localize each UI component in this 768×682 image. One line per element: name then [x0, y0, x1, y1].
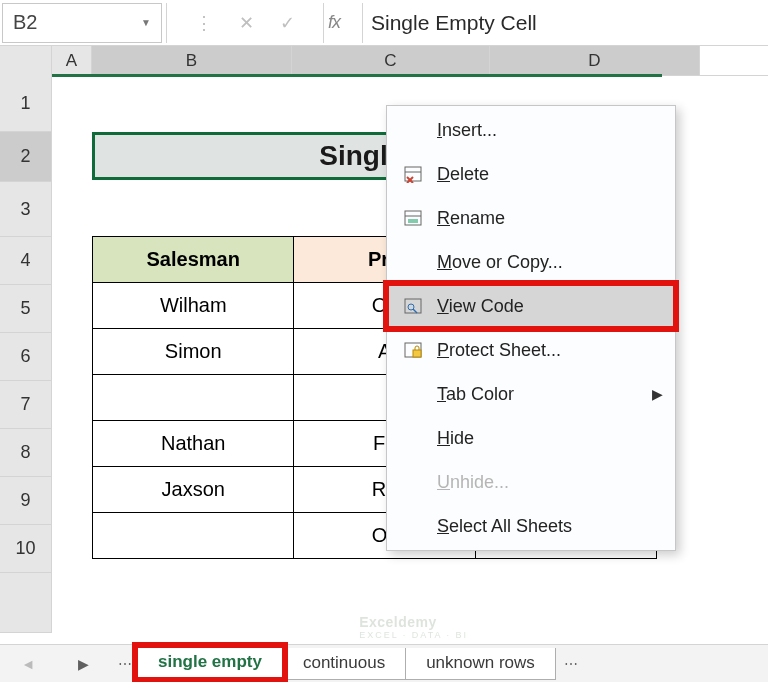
select-all-corner[interactable] [0, 46, 52, 76]
menu-tab-color[interactable]: Tab Color ▶ [387, 372, 675, 416]
svg-rect-6 [408, 219, 418, 223]
delete-sheet-icon [399, 165, 427, 183]
row-header[interactable]: 4 [0, 237, 52, 285]
watermark: Exceldemy EXCEL · DATA · BI [359, 614, 468, 640]
rename-icon [399, 209, 427, 227]
col-header[interactable]: D [490, 46, 700, 75]
svg-line-9 [413, 309, 417, 313]
cancel-icon: ✕ [239, 12, 254, 34]
col-header[interactable]: B [92, 46, 292, 75]
menu-unhide: Unhide... [387, 460, 675, 504]
sheet-tab-label: unknown rows [426, 653, 535, 673]
sheet-tab-unknown-rows[interactable]: unknown rows [405, 648, 556, 680]
sheet-tabs-bar: ◄ ▶ ⋯ single empty continuous unknown ro… [0, 644, 768, 682]
sheet-tab-label: single empty [158, 652, 262, 672]
sheet-tab-label: continuous [303, 653, 385, 673]
sheet-tab-single-empty[interactable]: single empty [137, 648, 283, 680]
sheet-tab-continuous[interactable]: continuous [282, 648, 406, 680]
ellipsis-icon: ⋮ [195, 12, 213, 34]
svg-rect-11 [413, 350, 421, 357]
sheet-context-menu: Insert... Delete Rename Move or Copy... … [386, 105, 676, 551]
row-header[interactable]: 7 [0, 381, 52, 429]
svg-rect-7 [405, 299, 421, 313]
menu-rename[interactable]: Rename [387, 196, 675, 240]
protect-icon [399, 341, 427, 359]
row-header[interactable]: 10 [0, 525, 52, 573]
tab-nav: ◄ ▶ [0, 656, 110, 672]
tab-nav-first-icon[interactable]: ◄ [21, 656, 35, 672]
formula-bar-content[interactable]: Single Empty Cell [367, 11, 537, 35]
col-header[interactable]: C [292, 46, 490, 75]
submenu-arrow-icon: ▶ [652, 386, 663, 402]
formula-bar-actions: ⋮ ✕ ✓ [171, 0, 319, 45]
svg-rect-0 [405, 167, 421, 181]
menu-view-code[interactable]: View Code [387, 284, 675, 328]
menu-delete[interactable]: Delete [387, 152, 675, 196]
row-header[interactable]: 2 [0, 132, 52, 182]
menu-insert[interactable]: Insert... [387, 108, 675, 152]
formula-bar: B2 ▼ ⋮ ✕ ✓ fx Single Empty Cell [0, 0, 768, 46]
tab-scroll-hint-icon: ⋯ [564, 656, 578, 672]
menu-move-or-copy[interactable]: Move or Copy... [387, 240, 675, 284]
col-header[interactable]: A [52, 46, 92, 75]
row-header[interactable]: 5 [0, 285, 52, 333]
highlight-box [383, 280, 679, 332]
accept-icon: ✓ [280, 12, 295, 34]
menu-select-all-sheets[interactable]: Select All Sheets [387, 504, 675, 548]
row-header[interactable]: 1 [0, 76, 52, 132]
row-header[interactable]: 3 [0, 182, 52, 237]
row-header[interactable]: 6 [0, 333, 52, 381]
menu-protect-sheet[interactable]: Protect Sheet... [387, 328, 675, 372]
tab-scroll-hint-icon: ⋯ [118, 656, 132, 672]
tab-nav-next-icon[interactable]: ▶ [78, 656, 89, 672]
row-header[interactable]: 9 [0, 477, 52, 525]
row-spacer [0, 573, 52, 633]
fx-button[interactable]: fx [328, 12, 358, 33]
menu-hide[interactable]: Hide [387, 416, 675, 460]
row-header[interactable]: 8 [0, 429, 52, 477]
name-box-value: B2 [13, 11, 37, 34]
table-header[interactable]: Salesman [93, 237, 294, 283]
name-box[interactable]: B2 ▼ [2, 3, 162, 43]
view-code-icon [399, 297, 427, 315]
chevron-down-icon[interactable]: ▼ [141, 17, 151, 28]
